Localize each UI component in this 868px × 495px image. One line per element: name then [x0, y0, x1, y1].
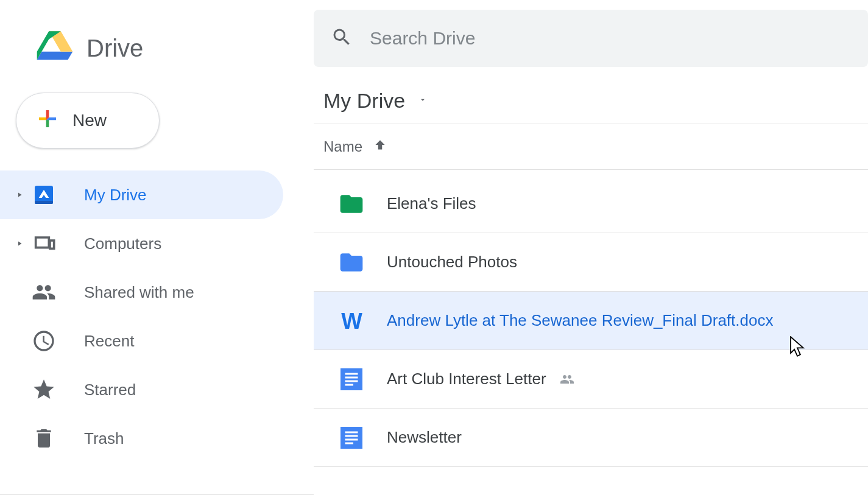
gdoc-icon [338, 366, 365, 393]
svg-rect-11 [345, 435, 358, 437]
search-icon [331, 26, 353, 51]
sidebar-item-computers[interactable]: Computers [0, 219, 283, 268]
svg-rect-13 [345, 442, 354, 444]
file-row[interactable]: Untouched Photos [314, 233, 868, 292]
file-row[interactable]: WAndrew Lytle at The Sewanee Review_Fina… [314, 292, 868, 350]
file-name: Newsletter [387, 428, 462, 447]
sidebar-item-starred[interactable]: Starred [0, 365, 283, 414]
file-row[interactable]: Art Club Interest Letter [314, 350, 868, 409]
sidebar-item-shared[interactable]: Shared with me [0, 268, 283, 317]
svg-rect-2 [50, 240, 54, 248]
app-name: Drive [86, 35, 143, 62]
column-header-row[interactable]: Name [314, 124, 868, 170]
sidebar-item-label: Shared with me [84, 283, 194, 302]
expand-icon [13, 191, 26, 199]
svg-rect-10 [345, 431, 358, 433]
file-name: Untouched Photos [387, 253, 517, 272]
sidebar-item-trash[interactable]: Trash [0, 414, 283, 463]
gdoc-icon [338, 424, 365, 451]
breadcrumb[interactable]: My Drive [314, 67, 868, 124]
computers-icon [32, 231, 56, 256]
shared-icon [557, 372, 577, 387]
svg-rect-8 [345, 384, 354, 385]
search-input[interactable] [370, 28, 851, 49]
svg-text:W: W [341, 309, 362, 333]
sidebar-item-label: Trash [84, 429, 124, 448]
sidebar-item-label: Starred [84, 381, 136, 399]
new-button-label: New [72, 111, 107, 130]
file-name: Andrew Lytle at The Sewanee Review_Final… [387, 311, 773, 330]
file-name: Elena's Files [387, 194, 476, 213]
file-row[interactable]: Newsletter [314, 409, 868, 467]
sidebar-item-label: Computers [84, 234, 161, 253]
sidebar-item-label: Recent [84, 332, 134, 351]
column-header-name: Name [323, 138, 362, 155]
sidebar-nav: My DriveComputersShared with meRecentSta… [0, 167, 314, 463]
svg-rect-9 [340, 427, 362, 449]
expand-icon [13, 239, 26, 248]
folder-icon [338, 249, 365, 276]
plus-icon [35, 106, 60, 136]
folder-icon [338, 191, 365, 217]
main-content: My Drive Name Elena's FilesUntouched Pho… [314, 0, 868, 495]
file-row[interactable]: Elena's Files [314, 175, 868, 233]
breadcrumb-label: My Drive [323, 89, 405, 113]
drive-icon [32, 183, 56, 207]
file-list: Elena's FilesUntouched PhotosWAndrew Lyt… [314, 175, 868, 467]
sidebar-item-recent[interactable]: Recent [0, 317, 283, 365]
sidebar: Drive New My DriveComputersShared with m… [0, 0, 314, 495]
file-name: Art Club Interest Letter [387, 370, 546, 388]
svg-rect-4 [340, 368, 362, 390]
word-icon: W [338, 307, 365, 334]
trash-icon [32, 426, 56, 451]
drive-logo-icon [34, 28, 76, 68]
sidebar-item-drive[interactable]: My Drive [0, 170, 283, 219]
svg-rect-5 [345, 373, 358, 374]
svg-rect-6 [345, 376, 358, 378]
search-bar[interactable] [314, 10, 868, 67]
recent-icon [32, 329, 56, 353]
svg-rect-12 [345, 438, 358, 440]
new-button[interactable]: New [16, 93, 160, 149]
sidebar-item-label: My Drive [84, 186, 147, 205]
shared-icon [32, 280, 56, 304]
svg-rect-7 [345, 380, 358, 382]
svg-rect-1 [35, 201, 53, 204]
logo-row: Drive [0, 0, 314, 79]
sort-arrow-up-icon [372, 138, 388, 156]
starred-icon [32, 377, 56, 402]
chevron-down-icon [416, 96, 429, 107]
